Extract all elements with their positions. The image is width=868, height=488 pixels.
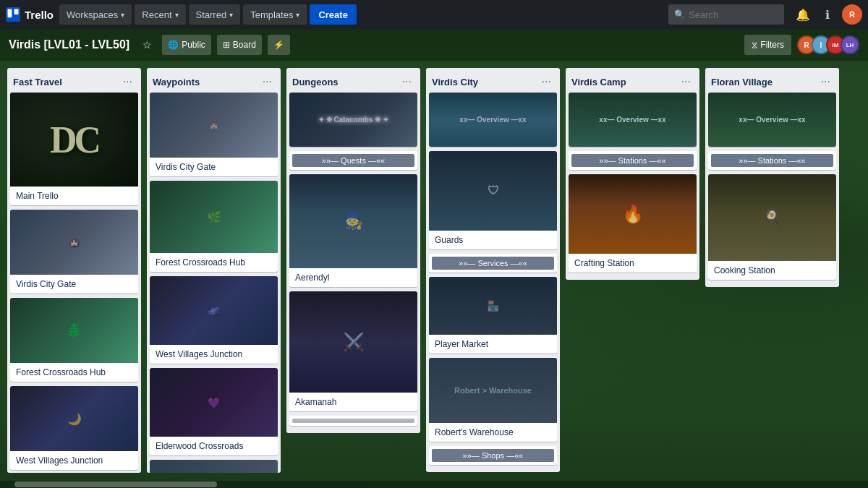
column-virdis-city: Virdis City ··· xx— Overview —xx 🛡 Guard… (426, 68, 560, 472)
card-label-text: Virdis City Gate (10, 275, 138, 294)
column-menu-button[interactable]: ··· (260, 74, 275, 90)
card-fv-stations-label[interactable]: »»— Stations —«« (708, 151, 836, 170)
app-logo[interactable]: Trello (6, 7, 54, 22)
column-menu-button[interactable]: ··· (678, 74, 694, 90)
visibility-button[interactable]: 🌐 Public (162, 35, 211, 55)
board-members: R I IM LH (801, 35, 859, 54)
card-akamanah[interactable]: ⚔️ Akamanah (289, 291, 417, 411)
card-virdis-gate[interactable]: 🏰 Virdis City Gate (10, 210, 138, 294)
column-title: Fast Travel (13, 77, 62, 87)
card-camp-stations-label[interactable]: »»— Stations —«« (569, 151, 697, 170)
search-icon: 🔍 (674, 9, 685, 20)
filter-icon: ⧖ (752, 40, 757, 50)
extra-label (292, 419, 414, 423)
card-elderwood-crossroads[interactable]: 💜 Elderwood Crossroads (150, 368, 278, 455)
card-image: 🏪 (429, 277, 557, 335)
card-virdis-city-gate[interactable]: 🏰 Virdis City Gate (150, 93, 278, 176)
card-vc-overview[interactable]: xx— Overview —xx (429, 93, 557, 147)
star-board-button[interactable]: ☆ (138, 35, 156, 55)
column-title: Dungeons (292, 77, 339, 87)
filters-button[interactable]: ⧖ Filters (744, 35, 791, 55)
card-player-market[interactable]: 🏪 Player Market (429, 277, 557, 354)
card-label-text: Robert's Warehouse (429, 423, 557, 442)
column-menu-button[interactable]: ··· (539, 74, 554, 90)
customize-button[interactable]: ⚡ (268, 35, 290, 55)
column-title: Floran Village (711, 77, 773, 87)
column-cards: DC Main Trello 🏰 Virdis City Gate 🌲 Fore… (7, 93, 141, 473)
card-dungeon-extra[interactable] (289, 416, 417, 426)
card-image: 🌲 (10, 298, 138, 363)
column-header-virdis-camp: Virdis Camp ··· (566, 68, 699, 93)
board-header: Virdis [LVL01 - LVL50] ☆ 🌐 Public ⊞ Boar… (0, 29, 868, 61)
globe-icon: 🌐 (168, 40, 179, 50)
card-image: 🍳 (708, 174, 836, 261)
workspaces-menu[interactable]: Workspaces ▾ (59, 4, 132, 25)
card-vc-guards[interactable]: 🛡 Guards (429, 151, 557, 249)
card-image: 🛡 (429, 151, 557, 231)
card-image: 🔥 (569, 174, 697, 254)
column-waypoints: Waypoints ··· 🏰 Virdis City Gate 🌿 Fores… (147, 68, 281, 473)
column-cards: ✦ ❈ Catacombs ❈ ✦ »»— Quests —«« 🧙 Aeren… (286, 93, 420, 433)
column-fast-travel: Fast Travel ··· DC Main Trello 🏰 Virdis … (7, 68, 141, 473)
member-avatar-4[interactable]: LH (841, 35, 859, 54)
card-image: 🌙 (10, 386, 138, 451)
card-image: 🏰 (150, 93, 278, 158)
column-cards: xx— Overview —xx »»— Stations —«« 🔥 Craf… (566, 93, 699, 280)
customize-icon: ⚡ (273, 40, 284, 50)
svg-rect-1 (8, 9, 12, 18)
column-cards: 🏰 Virdis City Gate 🌿 Forest Crossroads H… (147, 93, 281, 473)
search-input[interactable] (668, 4, 784, 25)
card-main-trello[interactable]: DC Main Trello (10, 93, 138, 205)
column-dungeons: Dungeons ··· ✦ ❈ Catacombs ❈ ✦ »»— Quest… (286, 68, 420, 433)
column-menu-button[interactable]: ··· (399, 74, 414, 90)
card-fv-overview[interactable]: xx— Overview —xx (708, 93, 836, 147)
column-menu-button[interactable]: ··· (120, 74, 135, 90)
card-partial-wp[interactable] (150, 460, 278, 473)
card-west-junction[interactable]: 🌌 West Villages Junction (150, 276, 278, 364)
services-label: »»— Services —«« (432, 257, 554, 270)
card-label-text: Guards (429, 231, 557, 249)
templates-menu[interactable]: Templates ▾ (243, 4, 307, 25)
card-label-text: Crafting Station (569, 254, 697, 273)
user-avatar[interactable]: R (842, 4, 862, 25)
column-header-fast-travel: Fast Travel ··· (7, 68, 141, 93)
card-label-text: Cooking Station (708, 261, 836, 280)
card-crafting-station[interactable]: 🔥 Crafting Station (569, 174, 697, 273)
card-label-text: Elderwood Crossroads (150, 437, 278, 455)
card-forest-crossroads[interactable]: 🌿 Forest Crossroads Hub (150, 181, 278, 272)
card-vc-services[interactable]: »»— Services —«« (429, 254, 557, 273)
column-header-floran-village: Floran Village ··· (705, 68, 839, 93)
chevron-down-icon: ▾ (175, 11, 179, 19)
chevron-down-icon: ▾ (296, 11, 299, 19)
card-west-villages[interactable]: 🌙 West Villages Junction (10, 386, 138, 470)
recent-menu[interactable]: Recent ▾ (135, 4, 185, 25)
column-menu-button[interactable]: ··· (818, 74, 833, 90)
notifications-button[interactable]: 🔔 (793, 4, 813, 25)
card-forest-hub[interactable]: 🌲 Forest Crossroads Hub (10, 298, 138, 382)
column-floran-village: Floran Village ··· xx— Overview —xx »»— … (705, 68, 839, 287)
card-image: 🏰 (10, 210, 138, 275)
topbar-right: 🔔 ℹ R (793, 4, 862, 25)
card-image: ⚔️ (289, 291, 417, 393)
card-label-text: Forest Crossroads Hub (10, 363, 138, 382)
card-cooking-station[interactable]: 🍳 Cooking Station (708, 174, 836, 280)
card-image: Robert > Warehouse (429, 358, 557, 423)
card-label-text: West Villages Junction (150, 345, 278, 364)
card-label-text: Aerendyl (289, 268, 417, 287)
card-image: ✦ ❈ Catacombs ❈ ✦ (289, 93, 417, 147)
board-title: Virdis [LVL01 - LVL50] (9, 38, 129, 51)
column-header-waypoints: Waypoints ··· (147, 68, 281, 93)
svg-rect-2 (14, 9, 19, 15)
card-aerendyl[interactable]: 🧙 Aerendyl (289, 174, 417, 287)
card-image: xx— Overview —xx (429, 93, 557, 147)
card-roberts-warehouse[interactable]: Robert > Warehouse Robert's Warehouse (429, 358, 557, 442)
card-catacombs[interactable]: ✦ ❈ Catacombs ❈ ✦ (289, 93, 417, 147)
board-view-button[interactable]: ⊞ Board (217, 35, 262, 55)
starred-menu[interactable]: Starred ▾ (189, 4, 241, 25)
info-button[interactable]: ℹ (817, 4, 838, 25)
card-camp-overview[interactable]: xx— Overview —xx (569, 93, 697, 147)
quests-label: »»— Quests —«« (292, 154, 414, 167)
card-quests-label[interactable]: »»— Quests —«« (289, 151, 417, 170)
create-button[interactable]: Create (310, 4, 356, 25)
card-vc-shops[interactable]: »»— Shops —«« (429, 446, 557, 465)
